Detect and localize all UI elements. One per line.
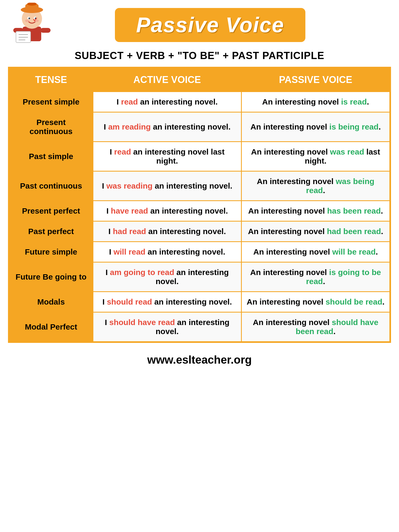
passive-verb: should be read bbox=[326, 297, 382, 306]
passive-cell: An interesting novel should be read. bbox=[241, 292, 390, 312]
tense-cell: Present continuous bbox=[9, 112, 93, 142]
header-tense: TENSE bbox=[9, 68, 93, 92]
passive-cell: An interesting novel is going to be read… bbox=[241, 262, 390, 292]
character-illustration bbox=[11, 3, 53, 45]
tense-cell: Future Be going to bbox=[9, 262, 93, 292]
passive-cell: An interesting novel should have been re… bbox=[241, 312, 390, 342]
passive-verb: has been read bbox=[327, 206, 381, 215]
tense-cell: Past perfect bbox=[9, 221, 93, 242]
passive-verb: should have been read bbox=[296, 318, 378, 336]
active-verb: am going to read bbox=[110, 268, 174, 277]
active-verb: will read bbox=[114, 247, 146, 256]
table-row: Present simpleI read an interesting nove… bbox=[9, 92, 390, 112]
active-verb: should have read bbox=[109, 318, 175, 327]
passive-verb: is read bbox=[341, 97, 367, 106]
passive-verb: was read bbox=[330, 147, 364, 156]
passive-voice-table: TENSE ACTIVE VOICE PASSIVE VOICE Present… bbox=[8, 67, 391, 343]
header-passive: PASSIVE VOICE bbox=[241, 68, 390, 92]
table-row: Future Be going toI am going to read an … bbox=[9, 262, 390, 292]
passive-cell: An interesting novel is being read. bbox=[241, 112, 390, 142]
active-cell: I had read an interesting novel. bbox=[93, 221, 241, 242]
passive-verb: is going to be read bbox=[306, 268, 381, 286]
tense-cell: Present simple bbox=[9, 92, 93, 112]
header-active: ACTIVE VOICE bbox=[93, 68, 241, 92]
active-cell: I was reading an interesting novel. bbox=[93, 171, 241, 201]
svg-point-7 bbox=[28, 18, 30, 19]
formula-subtitle: SUBJECT + VERB + "TO BE" + PAST PARTICIP… bbox=[75, 50, 325, 61]
passive-cell: An interesting novel was read last night… bbox=[241, 142, 390, 171]
table-row: Past continuousI was reading an interest… bbox=[9, 171, 390, 201]
passive-verb: was being read bbox=[306, 177, 375, 195]
active-cell: I should read an interesting novel. bbox=[93, 292, 241, 312]
header: Passive Voice bbox=[0, 0, 399, 45]
table-row: Future simpleI will read an interesting … bbox=[9, 242, 390, 262]
table-row: Present perfectI have read an interestin… bbox=[9, 201, 390, 221]
tense-cell: Modals bbox=[9, 292, 93, 312]
active-verb: should read bbox=[107, 297, 152, 306]
active-cell: I read an interesting novel. bbox=[93, 92, 241, 112]
tense-cell: Modal Perfect bbox=[9, 312, 93, 342]
table-row: Present continuousI am reading an intere… bbox=[9, 112, 390, 142]
active-verb: read bbox=[114, 147, 131, 156]
tense-cell: Future simple bbox=[9, 242, 93, 262]
title-box: Passive Voice bbox=[115, 8, 306, 42]
table-row: ModalsI should read an interesting novel… bbox=[9, 292, 390, 312]
passive-cell: An interesting novel was being read. bbox=[241, 171, 390, 201]
passive-cell: An interesting novel has been read. bbox=[241, 201, 390, 221]
table-row: Past simpleI read an interesting novel l… bbox=[9, 142, 390, 171]
svg-rect-12 bbox=[40, 28, 51, 33]
active-cell: I am reading an interesting novel. bbox=[93, 112, 241, 142]
active-verb: am reading bbox=[108, 122, 151, 131]
svg-point-9 bbox=[25, 19, 29, 22]
active-verb: had read bbox=[113, 227, 146, 236]
page-title: Passive Voice bbox=[136, 13, 284, 37]
passive-cell: An interesting novel will be read. bbox=[241, 242, 390, 262]
tense-cell: Present perfect bbox=[9, 201, 93, 221]
passive-verb: is being read bbox=[329, 122, 379, 131]
active-verb: have read bbox=[111, 206, 148, 215]
table-header-row: TENSE ACTIVE VOICE PASSIVE VOICE bbox=[9, 68, 390, 92]
tense-cell: Past continuous bbox=[9, 171, 93, 201]
active-verb: read bbox=[121, 97, 138, 106]
passive-verb: will be read bbox=[332, 247, 376, 256]
active-cell: I should have read an interesting novel. bbox=[93, 312, 241, 342]
passive-verb: had been read bbox=[327, 227, 381, 236]
active-cell: I have read an interesting novel. bbox=[93, 201, 241, 221]
active-cell: I will read an interesting novel. bbox=[93, 242, 241, 262]
active-cell: I am going to read an interesting novel. bbox=[93, 262, 241, 292]
tense-cell: Past simple bbox=[9, 142, 93, 171]
passive-cell: An interesting novel had been read. bbox=[241, 221, 390, 242]
table-row: Modal PerfectI should have read an inter… bbox=[9, 312, 390, 342]
passive-cell: An interesting novel is read. bbox=[241, 92, 390, 112]
active-cell: I read an interesting novel last night. bbox=[93, 142, 241, 171]
active-verb: was reading bbox=[106, 181, 152, 190]
footer-website: www.eslteacher.org bbox=[147, 354, 252, 366]
table-row: Past perfectI had read an interesting no… bbox=[9, 221, 390, 242]
